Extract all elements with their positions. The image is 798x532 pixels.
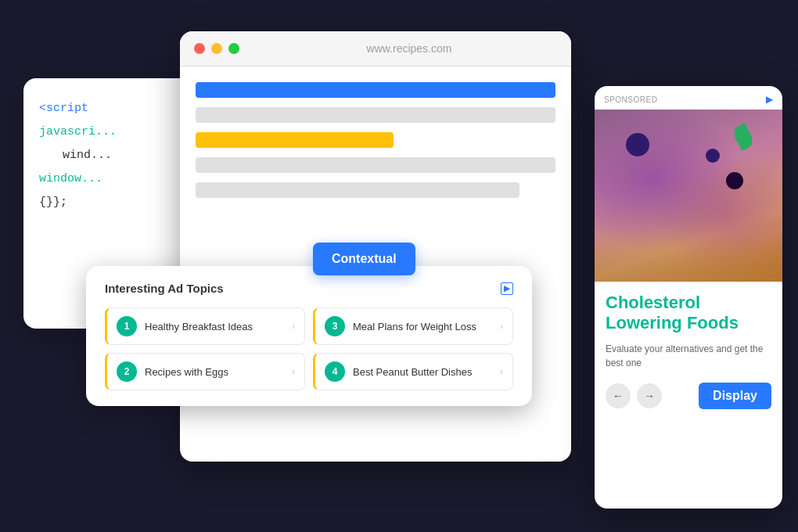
content-bar-gray3 [196, 182, 519, 198]
content-bar-gray1 [196, 107, 555, 123]
topic-item-4[interactable]: 4 Best Peanut Butter Dishes › [313, 353, 513, 390]
topic-arrow-3: › [500, 321, 503, 332]
code-line-3: wind... [39, 144, 188, 167]
ad-topics-title: Interesting Ad Topics [105, 282, 224, 295]
display-description: Evaluate your alternatives and get the b… [606, 342, 771, 370]
display-badge: Display [699, 383, 771, 409]
display-content: Cholesterol Lowering Foods Evaluate your… [595, 282, 782, 417]
topic-number-3: 3 [325, 316, 345, 336]
nav-prev-button[interactable]: ← [606, 383, 631, 408]
topics-grid: 1 Healthy Breakfast Ideas › 3 Meal Plans… [105, 307, 513, 390]
berry-decoration-3 [706, 149, 720, 163]
display-header: SPONSORED ▶ [595, 86, 782, 110]
topic-label-4: Best Peanut Butter Dishes [353, 366, 500, 378]
ad-topics-header: Interesting Ad Topics ▶ [105, 282, 513, 295]
display-ad-panel: SPONSORED ▶ Cholesterol Lowering Foods E… [595, 86, 782, 509]
display-nav: ← → Display [606, 383, 771, 409]
display-title: Cholesterol Lowering Foods [606, 293, 771, 334]
browser-titlebar: www.recipes.com [180, 31, 571, 66]
browser-url: www.recipes.com [261, 42, 557, 55]
topic-item-2[interactable]: 2 Recipes with Eggs › [105, 353, 305, 390]
content-bar-blue [196, 82, 555, 98]
sponsored-label: SPONSORED [604, 95, 657, 104]
contextual-badge: Contextual [313, 243, 415, 275]
browser-content [180, 66, 571, 214]
display-image [595, 110, 782, 282]
ad-icon: ▶ [501, 282, 513, 295]
topic-number-4: 4 [325, 361, 345, 382]
ad-topics-panel: Interesting Ad Topics ▶ 1 Healthy Breakf… [86, 266, 532, 406]
topic-label-3: Meal Plans for Weight Loss [353, 321, 500, 332]
topic-number-2: 2 [117, 361, 137, 382]
dot-red[interactable] [194, 43, 205, 54]
topic-item-3[interactable]: 3 Meal Plans for Weight Loss › [313, 307, 513, 345]
topic-arrow-1: › [292, 321, 295, 332]
topic-arrow-2: › [292, 366, 295, 377]
code-line-5: {}}; [39, 191, 188, 214]
content-bar-yellow [196, 132, 394, 148]
code-line-1: <script [39, 97, 188, 120]
topic-item-1[interactable]: 1 Healthy Breakfast Ideas › [105, 307, 305, 345]
code-line-4: window... [39, 167, 188, 191]
topic-label-2: Recipes with Eggs [145, 366, 292, 378]
topic-number-1: 1 [117, 316, 137, 336]
nav-buttons: ← → [606, 383, 662, 408]
topic-arrow-4: › [500, 366, 503, 377]
content-bar-gray2 [196, 157, 555, 173]
ad-flag-icon: ▶ [766, 94, 773, 105]
code-line-2: javascri... [39, 120, 188, 144]
dot-yellow[interactable] [211, 43, 222, 54]
display-title-line1: Cholesterol [606, 293, 700, 312]
berry-decoration-1 [626, 133, 649, 156]
topic-label-1: Healthy Breakfast Ideas [145, 321, 292, 332]
berry-decoration-2 [726, 172, 743, 189]
grain-overlay [595, 235, 782, 282]
dot-green[interactable] [228, 43, 239, 54]
display-title-line2: Lowering Foods [606, 313, 739, 332]
nav-next-button[interactable]: → [637, 383, 662, 408]
